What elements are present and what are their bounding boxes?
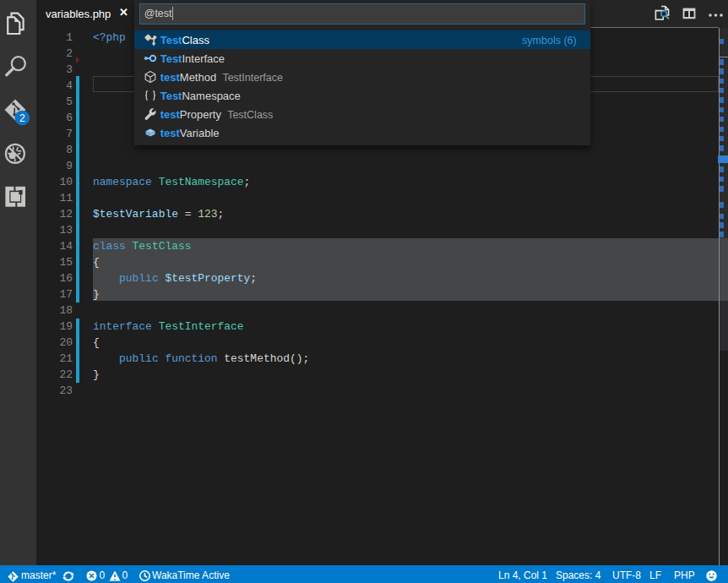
- svg-text:2: 2: [19, 112, 25, 124]
